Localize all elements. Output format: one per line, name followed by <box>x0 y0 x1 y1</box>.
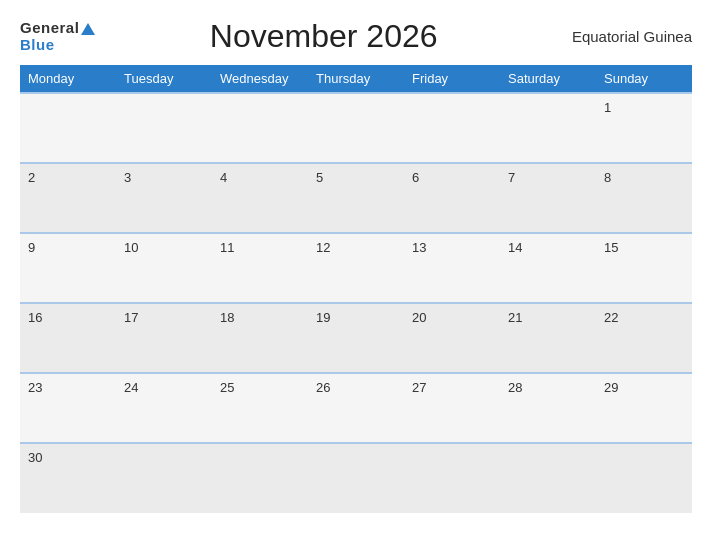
day-number: 22 <box>604 310 618 325</box>
calendar-week-row: 9101112131415 <box>20 233 692 303</box>
calendar-cell <box>500 443 596 513</box>
weekday-header-row: MondayTuesdayWednesdayThursdayFridaySatu… <box>20 65 692 93</box>
logo-general-text: General <box>20 20 95 37</box>
calendar-cell <box>308 93 404 163</box>
day-number: 15 <box>604 240 618 255</box>
calendar-cell: 21 <box>500 303 596 373</box>
logo: General Blue <box>20 20 95 53</box>
day-number: 4 <box>220 170 227 185</box>
calendar-cell: 28 <box>500 373 596 443</box>
day-number: 20 <box>412 310 426 325</box>
calendar-cell: 12 <box>308 233 404 303</box>
day-number: 24 <box>124 380 138 395</box>
calendar-cell <box>212 443 308 513</box>
calendar-week-row: 30 <box>20 443 692 513</box>
calendar-cell: 9 <box>20 233 116 303</box>
calendar-cell: 17 <box>116 303 212 373</box>
weekday-header-thursday: Thursday <box>308 65 404 93</box>
calendar-cell: 18 <box>212 303 308 373</box>
calendar-cell: 29 <box>596 373 692 443</box>
day-number: 12 <box>316 240 330 255</box>
day-number: 29 <box>604 380 618 395</box>
calendar-cell <box>404 443 500 513</box>
calendar-cell <box>404 93 500 163</box>
calendar-cell: 20 <box>404 303 500 373</box>
calendar-cell: 2 <box>20 163 116 233</box>
day-number: 18 <box>220 310 234 325</box>
calendar-cell: 3 <box>116 163 212 233</box>
day-number: 27 <box>412 380 426 395</box>
day-number: 3 <box>124 170 131 185</box>
weekday-header-sunday: Sunday <box>596 65 692 93</box>
calendar-cell: 30 <box>20 443 116 513</box>
day-number: 19 <box>316 310 330 325</box>
day-number: 28 <box>508 380 522 395</box>
day-number: 17 <box>124 310 138 325</box>
calendar-cell <box>116 93 212 163</box>
day-number: 14 <box>508 240 522 255</box>
day-number: 7 <box>508 170 515 185</box>
day-number: 10 <box>124 240 138 255</box>
weekday-header-friday: Friday <box>404 65 500 93</box>
calendar-cell: 22 <box>596 303 692 373</box>
calendar-cell: 15 <box>596 233 692 303</box>
calendar-cell: 10 <box>116 233 212 303</box>
day-number: 8 <box>604 170 611 185</box>
day-number: 25 <box>220 380 234 395</box>
calendar-cell: 14 <box>500 233 596 303</box>
calendar-cell <box>116 443 212 513</box>
calendar-container: General Blue November 2026 Equatorial Gu… <box>0 0 712 550</box>
logo-blue-text: Blue <box>20 37 55 54</box>
calendar-cell: 24 <box>116 373 212 443</box>
calendar-cell: 11 <box>212 233 308 303</box>
weekday-header-saturday: Saturday <box>500 65 596 93</box>
calendar-cell: 27 <box>404 373 500 443</box>
calendar-cell: 7 <box>500 163 596 233</box>
calendar-header: General Blue November 2026 Equatorial Gu… <box>20 18 692 55</box>
day-number: 2 <box>28 170 35 185</box>
calendar-cell: 5 <box>308 163 404 233</box>
calendar-cell <box>20 93 116 163</box>
calendar-cell <box>596 443 692 513</box>
day-number: 26 <box>316 380 330 395</box>
calendar-week-row: 23242526272829 <box>20 373 692 443</box>
calendar-cell <box>308 443 404 513</box>
day-number: 11 <box>220 240 234 255</box>
calendar-title: November 2026 <box>95 18 552 55</box>
calendar-cell: 1 <box>596 93 692 163</box>
calendar-cell <box>500 93 596 163</box>
day-number: 6 <box>412 170 419 185</box>
day-number: 30 <box>28 450 42 465</box>
day-number: 13 <box>412 240 426 255</box>
country-name: Equatorial Guinea <box>552 28 692 45</box>
calendar-grid: MondayTuesdayWednesdayThursdayFridaySatu… <box>20 65 692 513</box>
calendar-cell: 6 <box>404 163 500 233</box>
weekday-header-tuesday: Tuesday <box>116 65 212 93</box>
calendar-cell: 19 <box>308 303 404 373</box>
day-number: 5 <box>316 170 323 185</box>
calendar-cell: 4 <box>212 163 308 233</box>
day-number: 1 <box>604 100 611 115</box>
logo-triangle-icon <box>81 23 95 35</box>
calendar-week-row: 16171819202122 <box>20 303 692 373</box>
calendar-week-row: 2345678 <box>20 163 692 233</box>
calendar-cell: 13 <box>404 233 500 303</box>
weekday-header-wednesday: Wednesday <box>212 65 308 93</box>
day-number: 21 <box>508 310 522 325</box>
calendar-cell: 16 <box>20 303 116 373</box>
day-number: 16 <box>28 310 42 325</box>
day-number: 9 <box>28 240 35 255</box>
calendar-cell <box>212 93 308 163</box>
weekday-header-monday: Monday <box>20 65 116 93</box>
calendar-week-row: 1 <box>20 93 692 163</box>
calendar-cell: 25 <box>212 373 308 443</box>
calendar-cell: 23 <box>20 373 116 443</box>
calendar-cell: 26 <box>308 373 404 443</box>
day-number: 23 <box>28 380 42 395</box>
calendar-cell: 8 <box>596 163 692 233</box>
